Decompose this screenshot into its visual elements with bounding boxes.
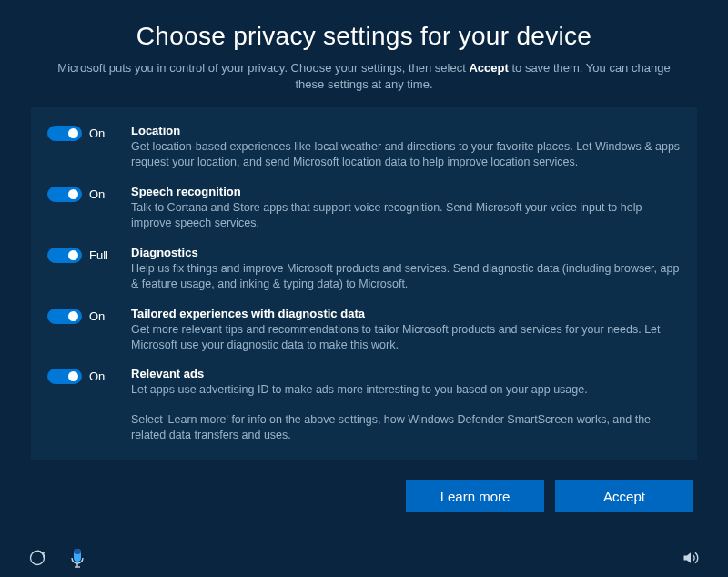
setting-row-location: On Location Get location-based experienc… [47,124,681,170]
svg-rect-2 [74,549,81,554]
toggle-diagnostics[interactable] [47,248,82,263]
volume-icon[interactable] [681,548,701,568]
setting-row-speech: On Speech recognition Talk to Cortana an… [47,185,681,231]
toggle-location[interactable] [47,126,82,141]
toggle-ads[interactable] [47,369,82,384]
button-row: Learn more Accept [31,480,697,512]
panel-footer-text: Select 'Learn more' for info on the abov… [131,412,681,443]
setting-row-tailored: On Tailored experiences with diagnostic … [47,307,681,353]
toggle-tailored[interactable] [47,309,82,324]
toggle-label-speech: On [89,187,105,201]
settings-panel: On Location Get location-based experienc… [31,107,697,460]
setting-desc-speech: Talk to Cortana and Store apps that supp… [131,200,681,231]
setting-desc-ads: Let apps use advertising ID to make ads … [131,382,681,398]
cortana-mic-icon[interactable] [67,548,87,568]
subtitle-text-pre: Microsoft puts you in control of your pr… [57,61,469,75]
setting-desc-diagnostics: Help us fix things and improve Microsoft… [131,261,681,292]
setting-title-speech: Speech recognition [131,185,681,198]
bottom-bar [0,548,728,568]
page-subtitle: Microsoft puts you in control of your pr… [55,60,673,93]
toggle-label-tailored: On [89,309,105,323]
setting-title-diagnostics: Diagnostics [131,246,681,259]
toggle-label-ads: On [89,369,105,383]
setting-title-location: Location [131,124,681,137]
setting-row-diagnostics: Full Diagnostics Help us fix things and … [47,246,681,292]
setting-desc-tailored: Get more relevant tips and recommendatio… [131,322,681,353]
setting-row-ads: On Relevant ads Let apps use advertising… [47,367,681,398]
accept-button[interactable]: Accept [555,480,693,512]
toggle-label-location: On [89,127,105,140]
page-title: Choose privacy settings for your device [31,22,697,51]
setting-title-tailored: Tailored experiences with diagnostic dat… [131,307,681,320]
setting-desc-location: Get location-based experiences like loca… [131,139,681,170]
toggle-label-diagnostics: Full [89,248,108,262]
subtitle-text-bold: Accept [469,61,508,75]
learn-more-button[interactable]: Learn more [406,480,544,512]
toggle-speech[interactable] [47,187,82,202]
ease-of-access-icon[interactable] [27,548,47,568]
setting-title-ads: Relevant ads [131,367,681,380]
